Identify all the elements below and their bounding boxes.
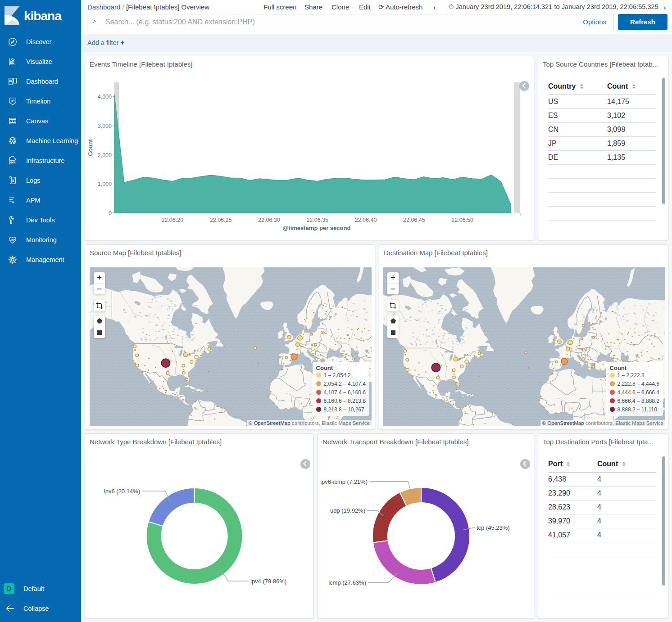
svg-text:22:06:35: 22:06:35 [306, 217, 328, 223]
svg-text:icmp (27.63%): icmp (27.63%) [328, 579, 366, 586]
svg-text:22:06:30: 22:06:30 [258, 217, 280, 223]
svg-text:1,000: 1,000 [98, 181, 112, 187]
svg-text:22:06:20: 22:06:20 [161, 217, 183, 223]
svg-text:22:06:25: 22:06:25 [210, 217, 232, 223]
svg-text:22:06:50: 22:06:50 [451, 217, 473, 223]
svg-text:22:06:45: 22:06:45 [403, 217, 425, 223]
svg-text:22:06:40: 22:06:40 [355, 217, 377, 223]
svg-text:2,000: 2,000 [98, 152, 112, 158]
svg-text:4,000: 4,000 [98, 94, 112, 100]
svg-text:Count: Count [87, 139, 94, 156]
svg-text:tcp (45.23%): tcp (45.23%) [477, 524, 510, 531]
svg-text:0: 0 [109, 210, 112, 216]
svg-text:udp (19.92%): udp (19.92%) [330, 507, 365, 514]
svg-text:3,000: 3,000 [98, 123, 112, 129]
svg-text:ipv4 (79.86%): ipv4 (79.86%) [250, 578, 286, 585]
svg-text:ipv6 (20.14%): ipv6 (20.14%) [104, 488, 140, 495]
svg-text:ipv6-icmp (7.21%): ipv6-icmp (7.21%) [320, 478, 368, 485]
svg-text:@timestamp per second: @timestamp per second [283, 225, 351, 231]
